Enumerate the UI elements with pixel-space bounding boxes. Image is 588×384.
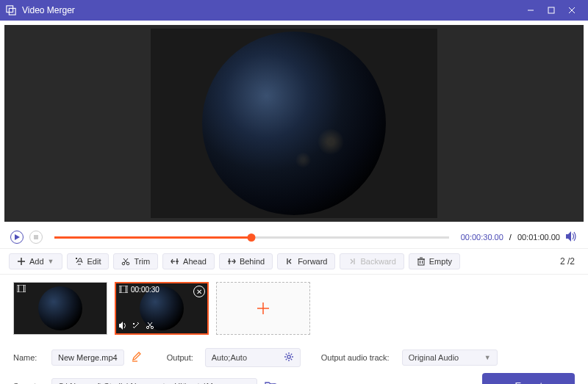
empty-button[interactable]: Empty <box>409 253 460 269</box>
name-input[interactable]: New Merge.mp4 <box>51 349 124 366</box>
pager-total: 2 <box>570 256 575 267</box>
clip-duration: 00:00:30 <box>131 286 159 294</box>
output-format-select[interactable]: Auto;Auto <box>205 348 301 367</box>
edit-button[interactable]: Edit <box>67 253 110 269</box>
preview-image <box>202 32 386 215</box>
video-preview <box>4 25 584 222</box>
saveto-label: Save to: <box>13 382 44 385</box>
saveto-path-select[interactable]: C:\Aiseesoft Studio\Ais...nverter Ultima… <box>51 378 257 385</box>
svg-rect-0 <box>7 6 13 12</box>
app-icon <box>6 5 16 15</box>
svg-rect-31 <box>119 286 128 293</box>
svg-point-42 <box>287 355 290 358</box>
stop-button[interactable] <box>29 231 43 244</box>
trim-button[interactable]: Trim <box>113 253 158 269</box>
clip-thumbnail <box>38 286 82 330</box>
svg-rect-23 <box>418 259 424 265</box>
output-value: Auto;Auto <box>212 353 247 362</box>
close-button[interactable] <box>562 0 582 21</box>
timeline-slider[interactable] <box>54 236 449 239</box>
clip-effects-icon[interactable] <box>132 322 141 331</box>
ahead-button[interactable]: Ahead <box>162 253 215 269</box>
backward-label: Backward <box>360 257 395 266</box>
clip-tools <box>119 322 154 331</box>
plus-icon <box>255 300 271 316</box>
svg-marker-8 <box>566 231 571 242</box>
volume-icon[interactable] <box>566 231 578 243</box>
rename-icon[interactable] <box>132 352 142 363</box>
forward-label: Forward <box>298 257 327 266</box>
clip-toolbar: Add ▼ Edit Trim Ahead Behind Forward Bac… <box>0 248 588 275</box>
behind-label: Behind <box>240 257 265 266</box>
svg-rect-28 <box>17 285 26 292</box>
clip-audio-icon[interactable] <box>119 322 128 331</box>
export-button[interactable]: Export <box>482 373 575 384</box>
maximize-button[interactable] <box>541 0 562 21</box>
playback-controls: 00:00:30.00/00:01:00.00 <box>0 226 588 248</box>
current-time: 00:00:30.00 <box>461 233 503 242</box>
edit-label: Edit <box>87 257 101 266</box>
clip-pager: 2 /2 <box>560 256 579 267</box>
svg-rect-3 <box>548 7 554 13</box>
app-title: Video Merger <box>22 5 520 15</box>
output-label: Output: <box>167 353 198 362</box>
film-icon <box>17 285 26 294</box>
backward-button: Backward <box>340 253 404 269</box>
preview-frame <box>151 29 437 218</box>
clip-list: 00:00:30 ✕ <box>0 275 588 342</box>
film-icon <box>119 286 128 294</box>
add-button[interactable]: Add ▼ <box>9 253 62 269</box>
behind-button[interactable]: Behind <box>219 253 273 269</box>
time-separator: / <box>509 233 512 242</box>
add-clip-slot[interactable] <box>216 282 310 335</box>
open-folder-icon[interactable] <box>265 380 276 385</box>
titlebar: Video Merger <box>0 0 588 21</box>
total-time: 00:01:00.00 <box>517 233 560 242</box>
output-settings: Name: New Merge.mp4 Output: Auto;Auto Ou… <box>0 342 588 384</box>
gear-icon[interactable] <box>284 352 294 363</box>
ahead-label: Ahead <box>183 257 207 266</box>
minimize-button[interactable] <box>520 0 541 21</box>
trim-label: Trim <box>134 257 150 266</box>
empty-label: Empty <box>429 257 452 266</box>
pager-current: 2 <box>560 256 565 267</box>
chevron-down-icon: ▼ <box>484 354 491 361</box>
forward-button[interactable]: Forward <box>277 253 335 269</box>
name-label: Name: <box>13 353 44 362</box>
svg-rect-7 <box>34 235 38 239</box>
chevron-down-icon: ▼ <box>48 258 54 265</box>
svg-marker-34 <box>119 322 123 330</box>
remove-clip-icon[interactable]: ✕ <box>193 286 205 297</box>
audio-track-select[interactable]: Original Audio ▼ <box>402 349 498 366</box>
clip-trim-icon[interactable] <box>146 322 154 331</box>
svg-rect-1 <box>9 8 15 15</box>
audio-track-label: Output audio track: <box>321 353 395 362</box>
timeline-knob[interactable] <box>248 233 256 242</box>
clip-item-selected[interactable]: 00:00:30 ✕ <box>115 282 209 335</box>
clip-item[interactable] <box>13 282 107 335</box>
svg-marker-6 <box>15 234 20 240</box>
audio-value: Original Audio <box>409 353 459 362</box>
add-label: Add <box>29 257 44 266</box>
play-button[interactable] <box>10 231 24 244</box>
saveto-value: C:\Aiseesoft Studio\Ais...nverter Ultima… <box>58 382 232 385</box>
timeline-progress <box>54 236 251 239</box>
